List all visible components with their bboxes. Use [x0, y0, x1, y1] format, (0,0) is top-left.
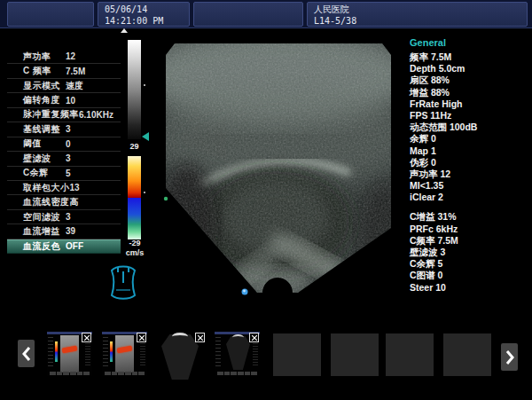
parameter-row[interactable]: 显示模式速度	[7, 79, 121, 93]
readout-line: 扇区 88%	[410, 75, 530, 86]
thumb-fan-image	[161, 334, 199, 380]
parameter-value: 高	[70, 196, 79, 208]
readout-line: 余辉 0	[410, 133, 530, 145]
readout-line: Depth 5.0cm	[410, 63, 530, 75]
parameter-row[interactable]: 偏转角度10	[7, 93, 121, 107]
readout-line: MI<1.35	[410, 180, 530, 192]
parameter-row[interactable]: 血流线密度高	[7, 195, 121, 209]
readout-line: iClear 2	[410, 192, 530, 203]
parameter-label: 壁滤波	[23, 153, 66, 165]
parameter-value: 3	[66, 212, 71, 222]
parameter-row[interactable]: 声功率12	[7, 50, 121, 64]
readout-line: 增益 88%	[410, 87, 530, 98]
parameter-label: 偏转角度	[23, 94, 66, 106]
thumbnail-bmode-fan[interactable]	[157, 330, 202, 381]
readout-line: 频率 7.5M	[410, 51, 530, 63]
thumbnail-slot-empty	[443, 333, 491, 376]
parameter-row[interactable]: 取样包大小13	[7, 181, 121, 195]
abdomen-body-marker-icon	[106, 263, 140, 303]
readout-line: FPS 11Hz	[410, 110, 530, 122]
readout-line: 壁滤波 3	[410, 247, 530, 258]
readout-line: FrRate High	[410, 98, 530, 110]
readout-line: 伪彩 0	[410, 157, 530, 169]
parameter-row[interactable]: C余辉5	[7, 167, 121, 181]
parameter-value: 速度	[66, 80, 83, 92]
velocity-scale-max: 29	[128, 142, 141, 151]
parameter-value: 6.10KHz	[79, 110, 113, 120]
readout-line: C图谱 0	[410, 270, 530, 281]
thumb-parameter-strip	[103, 337, 108, 367]
color-mode-readouts: C增益 31% PRFc 6kHz C频率 7.5M 壁滤波 3 C余辉 5 C…	[410, 211, 530, 293]
up-triangle-marker-icon	[121, 28, 128, 33]
thumb-fan-image	[226, 336, 250, 370]
thumbnail-close-button[interactable]	[249, 333, 259, 342]
parameter-label: 血流增益	[23, 225, 66, 238]
thumbnail-doppler-capture-2[interactable]	[102, 332, 147, 376]
parameter-value: 0	[66, 139, 71, 149]
readout-line: C余辉 5	[410, 258, 530, 270]
parameter-label: 声功率	[23, 51, 66, 63]
thumbnail-close-button[interactable]	[82, 333, 91, 342]
thumb-filmstrip-row	[105, 372, 145, 375]
chevron-left-icon	[22, 346, 31, 362]
status-bar: 05/06/14 14:21:00 PM 人民医院 L14-5/38	[0, 0, 532, 28]
thumb-filmstrip-row	[217, 372, 257, 375]
thumb-bright-arc	[232, 334, 244, 341]
thumbnail-slot-empty	[273, 333, 321, 376]
imaging-parameters-panel: General 频率 7.5M Depth 5.0cm 扇区 88% 增益 88…	[410, 37, 530, 294]
parameter-label: 显示模式	[23, 80, 66, 92]
scale-tick-dot	[144, 84, 145, 86]
time-text: 14:21:00 PM	[105, 15, 189, 27]
readout-line: 动态范围 100dB	[410, 122, 530, 133]
parameter-value: 13	[70, 183, 80, 192]
thumbnail-slot-empty	[386, 333, 434, 376]
status-panel-empty-mid	[193, 2, 303, 27]
thumb-colorbar	[55, 341, 58, 362]
close-icon	[139, 335, 145, 341]
parameter-row[interactable]: 壁滤波3	[7, 152, 121, 166]
parameter-label: 基线调整	[23, 123, 66, 136]
parameter-label: 阈值	[23, 137, 66, 150]
parameter-value: 12	[66, 51, 75, 61]
readout-line: 声功率 12	[410, 169, 530, 180]
parameter-value: 3	[66, 124, 71, 134]
thumbnail-bmode-capture[interactable]	[215, 332, 260, 376]
thumb-bmode-area	[60, 335, 79, 373]
next-thumbnails-button[interactable]	[501, 343, 518, 371]
readout-line: C频率 7.5M	[410, 235, 530, 247]
parameter-label: 血流线密度	[23, 196, 70, 208]
thumbnail-doppler-capture-1[interactable]	[47, 332, 92, 376]
thumb-parameter-strip	[48, 337, 53, 367]
chevron-right-icon	[505, 349, 514, 365]
parameter-label: 脉冲重复频率	[23, 108, 79, 121]
parameter-label: 空间滤波	[23, 211, 66, 224]
parameter-value: 10	[66, 96, 75, 106]
thumbnail-close-button[interactable]	[195, 333, 205, 342]
thumb-filmstrip-row	[50, 372, 90, 375]
parameter-row[interactable]: 空间滤波3	[7, 210, 121, 224]
thumbnail-close-button[interactable]	[137, 333, 146, 342]
scale-tick-dot	[144, 192, 145, 193]
parameter-row[interactable]: 阈值0	[7, 137, 121, 152]
grayscale-bar	[128, 40, 141, 139]
thumb-colorbar	[110, 341, 113, 362]
hospital-name: 人民医院	[314, 4, 527, 15]
ultrasound-image[interactable]	[162, 40, 402, 297]
datetime-panel: 05/06/14 14:21:00 PM	[98, 2, 190, 27]
close-icon	[252, 335, 257, 341]
readout-line: C增益 31%	[410, 211, 530, 223]
thumb-parameter-strip	[215, 337, 221, 367]
readout-line: Map 1	[410, 145, 530, 157]
readout-line: Steer 10	[410, 282, 530, 294]
thumb-bmode-area	[115, 335, 134, 373]
parameter-row[interactable]: C 频率7.5M	[7, 64, 121, 78]
color-doppler-bar	[128, 156, 141, 239]
ultrasound-screen: 05/06/14 14:21:00 PM 人民医院 L14-5/38 声功率12…	[0, 0, 532, 400]
date-text: 05/06/14	[105, 4, 189, 15]
parameter-row[interactable]: 基线调整3	[7, 122, 121, 137]
parameter-row[interactable]: 脉冲重复频率6.10KHz	[7, 108, 121, 122]
green-reference-dot	[164, 197, 168, 200]
parameter-row-selected[interactable]: 血流反色OFF	[7, 239, 121, 254]
prev-thumbnails-button[interactable]	[18, 340, 35, 367]
parameter-row[interactable]: 血流增益39	[7, 224, 121, 239]
